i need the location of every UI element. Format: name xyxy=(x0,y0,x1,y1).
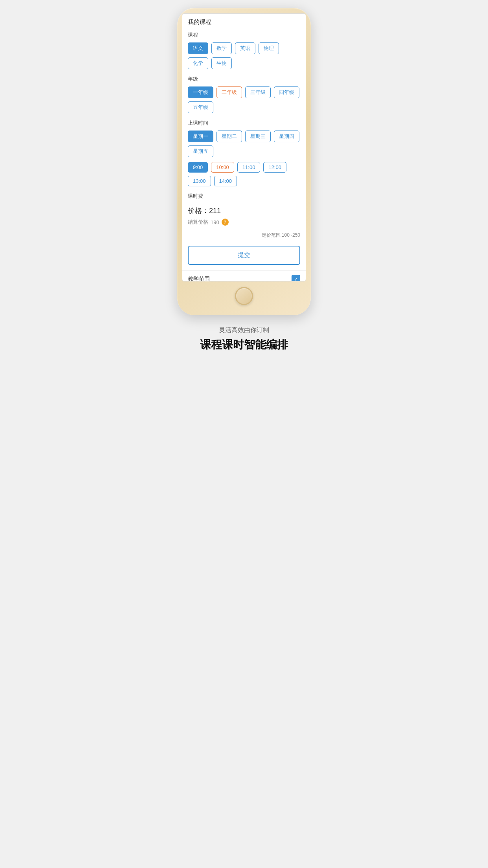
submit-button[interactable]: 提交 xyxy=(188,246,300,265)
tag-monday[interactable]: 星期一 xyxy=(188,131,213,142)
tag-12pm[interactable]: 12:00 xyxy=(263,162,286,173)
teaching-area-title: 教学范围 xyxy=(188,276,210,281)
price-value: 211 xyxy=(209,207,221,215)
settle-price-row: 结算价格 190 ? xyxy=(188,219,300,226)
tag-friday[interactable]: 星期五 xyxy=(188,145,213,157)
price-label: 价格： xyxy=(188,207,209,215)
price-display: 价格：211 xyxy=(188,206,300,215)
tag-1pm[interactable]: 13:00 xyxy=(188,176,211,186)
tag-grade2[interactable]: 二年级 xyxy=(216,86,242,98)
course-label: 课程 xyxy=(182,28,306,41)
tag-grade5[interactable]: 五年级 xyxy=(188,101,213,113)
tag-11am[interactable]: 11:00 xyxy=(237,162,261,173)
teaching-area-header: 教学范围 ✓ xyxy=(182,270,306,281)
tag-chinese[interactable]: 语文 xyxy=(188,42,208,54)
phone-screen: 我的课程 课程 语文 数学 英语 物理 化学 生物 年级 一年级 二年级 三年级 xyxy=(182,13,306,281)
tag-10am[interactable]: 10:00 xyxy=(211,162,234,173)
my-courses-title: 我的课程 xyxy=(182,14,306,28)
phone-shell: 我的课程 课程 语文 数学 英语 物理 化学 生物 年级 一年级 二年级 三年级 xyxy=(177,8,311,315)
home-button-area xyxy=(182,281,306,307)
grade-tag-row: 一年级 二年级 三年级 四年级 五年级 xyxy=(182,85,306,116)
tag-2pm[interactable]: 14:00 xyxy=(214,176,237,186)
tag-thursday[interactable]: 星期四 xyxy=(274,131,299,142)
tag-tuesday[interactable]: 星期二 xyxy=(216,131,242,142)
settle-label: 结算价格 xyxy=(188,219,208,226)
time-tag-row: 9:00 10:00 11:00 12:00 13:00 14:00 xyxy=(182,160,306,189)
bottom-text: 灵活高效由你订制 课程课时智能编排 xyxy=(192,326,296,352)
day-tag-row: 星期一 星期二 星期三 星期四 星期五 xyxy=(182,129,306,160)
home-button[interactable] xyxy=(235,287,253,305)
tag-grade3[interactable]: 三年级 xyxy=(245,86,271,98)
tag-physics[interactable]: 物理 xyxy=(259,42,279,54)
price-section: 价格：211 结算价格 190 ? xyxy=(182,202,306,230)
price-range: 定价范围:100~250 xyxy=(182,230,306,243)
tag-wednesday[interactable]: 星期三 xyxy=(245,131,271,142)
tag-9am[interactable]: 9:00 xyxy=(188,162,208,173)
page-wrapper: 我的课程 课程 语文 数学 英语 物理 化学 生物 年级 一年级 二年级 三年级 xyxy=(163,0,325,368)
check-icon[interactable]: ✓ xyxy=(292,275,300,281)
help-icon[interactable]: ? xyxy=(222,219,229,226)
grade-label: 年级 xyxy=(182,72,306,85)
schedule-label: 上课时间 xyxy=(182,116,306,129)
settle-value: 190 xyxy=(211,219,219,225)
screen-content: 我的课程 课程 语文 数学 英语 物理 化学 生物 年级 一年级 二年级 三年级 xyxy=(182,14,306,281)
tag-grade4[interactable]: 四年级 xyxy=(274,86,299,98)
tag-math[interactable]: 数学 xyxy=(211,42,232,54)
bottom-subtitle: 灵活高效由你订制 xyxy=(200,326,288,335)
tag-biology[interactable]: 生物 xyxy=(211,57,232,69)
bottom-title: 课程课时智能编排 xyxy=(200,338,288,352)
tag-grade1[interactable]: 一年级 xyxy=(188,86,213,98)
fee-label: 课时费 xyxy=(182,189,306,202)
course-tag-row: 语文 数学 英语 物理 化学 生物 xyxy=(182,41,306,72)
tag-english[interactable]: 英语 xyxy=(235,42,255,54)
tag-chemistry[interactable]: 化学 xyxy=(188,57,208,69)
